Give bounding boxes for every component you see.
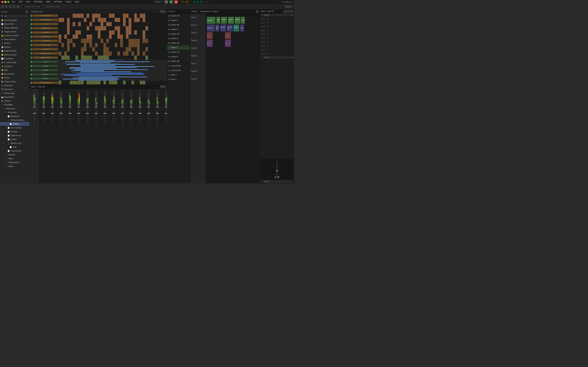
beat-cell[interactable] (67, 18, 70, 22)
beat-cell[interactable] (59, 26, 61, 30)
pan-knob[interactable] (156, 105, 159, 108)
arrangement-block[interactable]: Pattern 7× (233, 25, 239, 32)
beat-cell[interactable] (106, 81, 109, 84)
fader-handle[interactable] (69, 113, 71, 114)
browser-filter[interactable]: All (4, 15, 28, 17)
beat-cell[interactable] (98, 39, 101, 43)
fader-handle[interactable] (51, 113, 54, 114)
beat-cell[interactable] (95, 30, 98, 35)
beat-cell[interactable] (104, 81, 106, 84)
beat-cell[interactable] (104, 22, 106, 26)
beat-cell[interactable] (137, 35, 140, 39)
arrangement-block[interactable]: Pattern 2B× (228, 17, 234, 24)
beat-cell[interactable] (137, 81, 140, 84)
beat-cell[interactable] (143, 26, 146, 30)
beat-cell[interactable] (73, 35, 75, 39)
sidebar-item-envelopes[interactable]: 📈Envelopes (0, 57, 30, 60)
beat-cell[interactable] (75, 81, 78, 84)
pan-knob[interactable] (130, 105, 133, 108)
beat-cell[interactable] (87, 56, 89, 60)
block-close-icon[interactable]: × (238, 25, 239, 26)
beat-cell[interactable] (98, 51, 101, 56)
channel-active-btn[interactable] (30, 44, 33, 46)
beat-cell[interactable] (134, 56, 137, 60)
pattern-list-item[interactable]: Long Crash1 (167, 64, 190, 68)
maximize-button[interactable] (7, 1, 9, 3)
draw-mode[interactable]: Line (278, 5, 283, 8)
beat-cell[interactable] (104, 30, 106, 35)
beat-cell[interactable] (61, 35, 64, 39)
beat-cell[interactable] (61, 18, 64, 22)
sidebar-item-plugin-presets[interactable]: 🎛Plugin presets (0, 30, 30, 33)
beat-cell[interactable] (61, 43, 64, 47)
beat-cell[interactable] (109, 26, 112, 30)
beat-cell[interactable] (67, 22, 70, 26)
beat-cell[interactable] (117, 39, 120, 43)
mixer-track-7[interactable]: 7◄►Insert 7 (92, 89, 101, 184)
channel-active-btn[interactable] (30, 65, 33, 67)
beat-cell[interactable] (84, 81, 87, 84)
bpm-display[interactable]: 123.000 (179, 0, 190, 3)
mixer-track-1[interactable]: 1◄►Insert 1 (39, 89, 48, 184)
insert-slot-1[interactable]: Slot 1 (260, 17, 294, 21)
beat-cell[interactable] (92, 47, 95, 51)
insert-slot-6[interactable]: Slot 6 (260, 36, 294, 40)
mixer-track-9[interactable]: 9◄►Insert 9 (109, 89, 118, 184)
mixer-track-4[interactable]: 4◄►Insert 4 (66, 89, 74, 184)
beat-cell[interactable] (81, 39, 84, 43)
beat-cell[interactable] (126, 35, 129, 39)
beat-cell[interactable] (78, 81, 81, 84)
sidebar-item-sliced-audio[interactable]: ✂Sliced audio (0, 91, 30, 95)
beat-cell[interactable] (137, 14, 140, 18)
channel-rack-close[interactable]: × (163, 10, 166, 13)
block-close-icon[interactable]: × (213, 25, 214, 26)
sidebar-item-performance[interactable]: ▶Performance (0, 160, 30, 164)
beat-cell[interactable] (104, 47, 106, 51)
beat-cell[interactable] (95, 18, 98, 22)
beat-cell[interactable] (112, 26, 115, 30)
beat-cell[interactable] (115, 22, 117, 26)
beat-cell[interactable] (134, 30, 137, 35)
beat-cell[interactable] (70, 18, 73, 22)
beat-cell[interactable] (146, 81, 148, 84)
beat-cell[interactable] (112, 14, 115, 18)
sidebar-item-il-shared-data[interactable]: 🔗IL shared data (0, 60, 30, 64)
beat-cell[interactable] (73, 47, 75, 51)
mixer-track-2[interactable]: 2◄►Insert 2 (48, 89, 57, 184)
beat-cell[interactable] (92, 43, 95, 47)
slot-dot[interactable] (268, 22, 269, 24)
sidebar-item-dubstep[interactable]: 📄Dubstep (0, 130, 30, 133)
beat-cell[interactable] (106, 22, 109, 26)
insert-slot-9[interactable]: Slot 9 (260, 48, 294, 52)
beat-cell[interactable] (143, 81, 146, 84)
fader-handle[interactable] (147, 113, 150, 114)
menu-patterns[interactable]: PATTERNS (33, 0, 43, 3)
sidebar-item-scores[interactable]: 🎵Scores (0, 41, 30, 45)
beat-cell[interactable] (67, 56, 70, 60)
channel-name[interactable]: Default (33, 65, 58, 67)
sidebar-item-chillout-ambient[interactable]: ▼Chillout-Ambient (0, 118, 30, 122)
beat-cell[interactable] (126, 18, 129, 22)
beat-cell[interactable] (75, 30, 78, 35)
beat-cell[interactable] (146, 43, 148, 47)
beat-cell[interactable] (112, 18, 115, 22)
beat-cell[interactable] (123, 47, 126, 51)
pattern-list-item[interactable]: Pattern 3B (167, 14, 190, 18)
beat-cell[interactable] (117, 47, 120, 51)
beat-cell[interactable] (89, 43, 92, 47)
beat-cell[interactable] (67, 35, 70, 39)
block-close-icon[interactable]: × (243, 25, 244, 26)
arrangement-block[interactable]: L..1× (207, 32, 213, 39)
beat-cell[interactable] (120, 43, 123, 47)
fader-handle[interactable] (77, 113, 80, 114)
pattern-list-item[interactable]: Pattern 6 (167, 36, 190, 41)
beat-cell[interactable] (75, 18, 78, 22)
sidebar-item-edm-house[interactable]: 📄EDM-House (0, 133, 30, 137)
mixer-track-6[interactable]: 6◄►Insert 6 (83, 89, 92, 184)
beat-cell[interactable] (112, 22, 115, 26)
beat-cell[interactable] (137, 22, 140, 26)
beat-cell[interactable] (95, 43, 98, 47)
sidebar-item-other[interactable]: ▶Other (0, 157, 30, 160)
beat-cell[interactable] (126, 47, 129, 51)
sidebar-item-mixer-presets[interactable]: 🎚Mixer presets (0, 37, 30, 41)
